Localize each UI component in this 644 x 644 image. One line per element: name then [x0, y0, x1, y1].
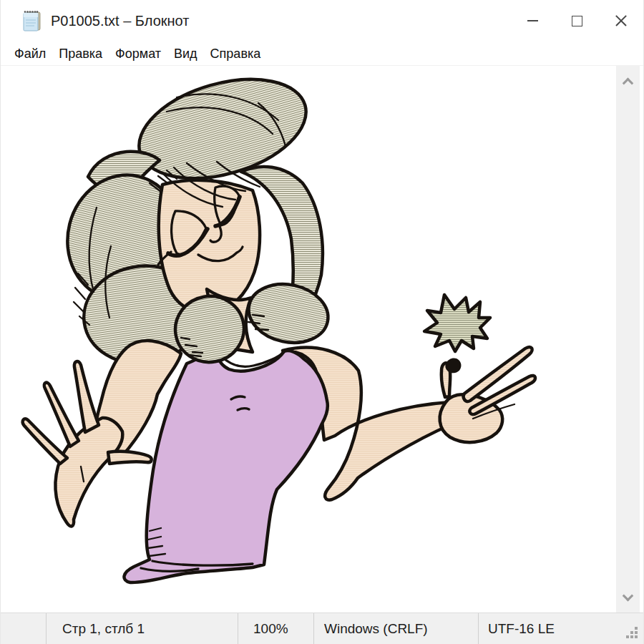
notepad-window: P01005.txt – Блокнот Файл Правка Формат …	[0, 0, 644, 644]
title-bar: P01005.txt – Блокнот	[1, 0, 643, 42]
window-title: P01005.txt – Блокнот	[51, 13, 189, 29]
menu-edit[interactable]: Правка	[52, 42, 109, 66]
close-button[interactable]	[599, 0, 643, 42]
status-encoding-cell: UTF-16 LE	[479, 613, 643, 644]
vertical-scrollbar[interactable]	[616, 66, 640, 613]
resize-grip-icon[interactable]	[635, 635, 638, 638]
scroll-up-button[interactable]	[616, 66, 640, 96]
scroll-down-button[interactable]	[616, 582, 640, 613]
zoom-level: 100%	[253, 621, 288, 637]
right-hand	[440, 347, 535, 442]
menu-view[interactable]: Вид	[167, 42, 204, 66]
maximize-icon	[572, 16, 582, 26]
status-cursor-cell: Стр 1, стлб 1	[47, 613, 238, 644]
menu-bar: Файл Правка Формат Вид Справка	[1, 42, 643, 66]
caption-buttons	[510, 0, 643, 42]
line-ending: Windows (CRLF)	[324, 621, 428, 637]
encoding: UTF-16 LE	[488, 621, 555, 637]
hair-front-right-tuft	[243, 277, 333, 350]
left-finger-1	[74, 361, 99, 432]
leaf-star	[424, 295, 490, 351]
minimize-button[interactable]	[510, 0, 555, 42]
chevron-down-icon	[623, 590, 634, 601]
status-spacer-cell	[1, 613, 47, 644]
cursor-position: Стр 1, стлб 1	[62, 621, 145, 637]
status-zoom-cell: 100%	[238, 613, 314, 644]
left-pinky	[108, 452, 152, 464]
status-bar: Стр 1, стлб 1 100% Windows (CRLF) UTF-16…	[1, 613, 643, 644]
menu-help[interactable]: Справка	[204, 42, 268, 66]
menu-file[interactable]: Файл	[8, 42, 52, 66]
left-finger-2	[44, 383, 79, 447]
status-line-ending-cell: Windows (CRLF)	[314, 613, 479, 644]
grip-knot	[445, 358, 461, 374]
artwork-woman-drawing	[1, 66, 618, 613]
maximize-button[interactable]	[555, 0, 599, 42]
minimize-icon	[527, 20, 538, 21]
menu-format[interactable]: Формат	[109, 42, 167, 66]
chevron-up-icon	[623, 77, 634, 89]
close-icon	[615, 14, 628, 27]
text-editor-canvas[interactable]	[1, 66, 643, 613]
notepad-icon[interactable]	[21, 9, 42, 33]
